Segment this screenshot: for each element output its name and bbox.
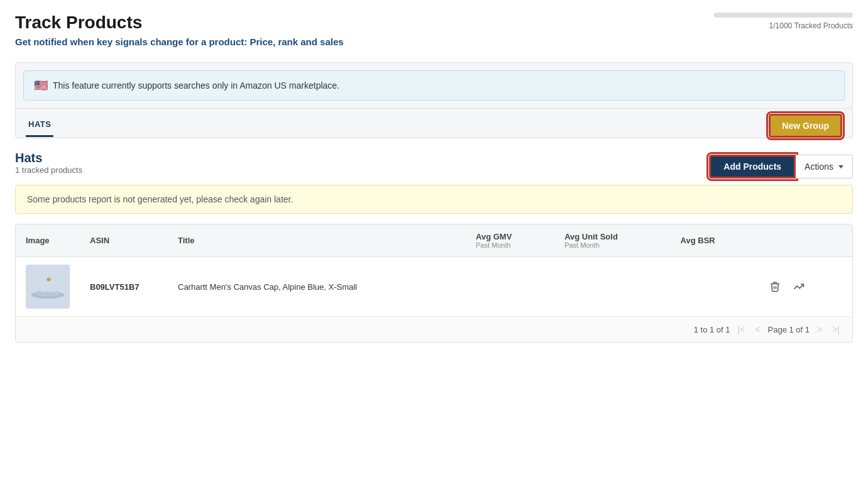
chevron-down-icon [838,165,843,168]
new-group-button[interactable]: New Group [769,114,842,138]
pagination-summary: 1 to 1 of 1 [694,325,730,334]
group-section: Hats 1 tracked products Add Products Act… [15,151,853,343]
product-image-cell [16,257,80,317]
product-avg-bsr [671,257,757,317]
col-actions [757,224,852,257]
trash-icon [769,281,781,292]
page-title: Track Products [15,13,344,33]
tab-hats[interactable]: HATS [26,114,53,137]
add-products-button[interactable]: Add Products [709,155,796,179]
product-title: Carhartt Men's Canvas Cap, Alpine Blue, … [168,257,466,317]
warning-text: Some products report is not generated ye… [27,194,293,204]
col-image: Image [16,224,80,257]
pagination-row: 1 to 1 of 1 |< < Page 1 of 1 > >| [16,316,852,342]
product-avg-unit-sold [554,257,670,317]
progress-label: 1/1000 Tracked Products [769,21,853,30]
info-banner-text: This feature currently supports searches… [53,80,339,91]
section-header: Hats 1 tracked products Add Products Act… [15,151,853,182]
us-flag-icon: 🇺🇸 [34,79,48,92]
svg-point-3 [36,292,60,297]
last-page-button[interactable]: >| [830,323,842,336]
page-label: Page 1 of 1 [768,325,810,334]
warning-banner: Some products report is not generated ye… [15,185,853,214]
tabs-row: HATS New Group [16,108,852,138]
page-subtitle: Get notified when key signals change for… [15,36,344,47]
svg-rect-5 [47,278,51,281]
product-image [26,265,70,309]
products-table-container: Image ASIN Title Avg GMV Past Month Avg … [15,224,853,343]
products-table: Image ASIN Title Avg GMV Past Month Avg … [16,224,852,316]
chart-icon [793,281,805,292]
actions-button[interactable]: Actions [796,155,853,179]
actions-label: Actions [805,162,833,172]
col-avg-bsr: Avg BSR [671,224,757,257]
product-avg-gmv [466,257,554,317]
product-row-actions [757,257,852,317]
col-title: Title [168,224,466,257]
prev-page-button[interactable]: < [752,323,762,336]
progress-bar-container [715,13,853,18]
hat-svg-icon [29,271,67,302]
table-row: B09LVT51B7 Carhartt Men's Canvas Cap, Al… [16,257,852,317]
delete-product-button[interactable] [767,278,783,295]
first-page-button[interactable]: |< [735,323,748,336]
col-asin: ASIN [80,224,168,257]
main-card: 🇺🇸 This feature currently supports searc… [15,62,853,138]
col-avg-gmv: Avg GMV Past Month [466,224,554,257]
group-subtitle: 1 tracked products [15,165,82,175]
info-banner: 🇺🇸 This feature currently supports searc… [23,70,845,101]
group-title: Hats [15,151,82,165]
table-header-row: Image ASIN Title Avg GMV Past Month Avg … [16,224,852,257]
col-avg-unit-sold: Avg Unit Sold Past Month [554,224,670,257]
product-asin: B09LVT51B7 [80,257,168,317]
action-buttons: Add Products Actions [709,155,853,179]
next-page-button[interactable]: > [815,323,825,336]
chart-product-button[interactable] [791,278,807,295]
